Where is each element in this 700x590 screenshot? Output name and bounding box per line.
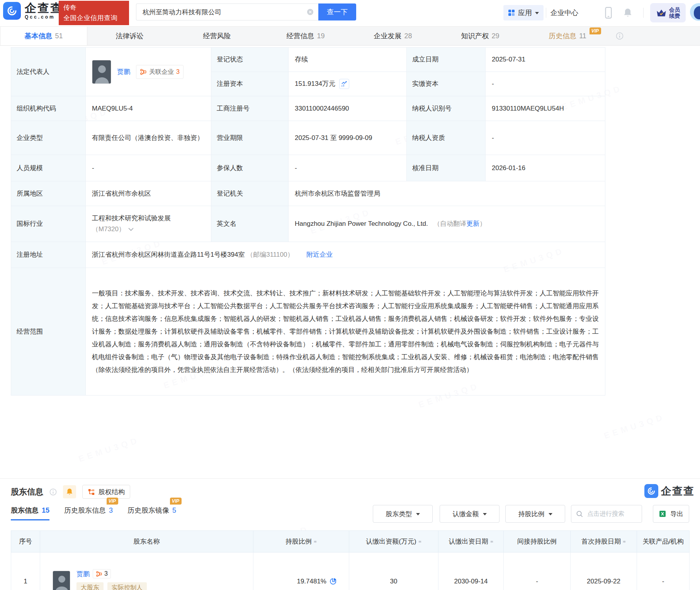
row-ratio: 19.7481% xyxy=(297,578,326,585)
region-label: 所属地区 xyxy=(11,181,86,206)
col-seq: 序号 xyxy=(11,531,40,552)
related-companies-icon xyxy=(96,571,102,577)
tab-history-info[interactable]: 历史信息11 VIP xyxy=(524,27,611,45)
col-related-products: 关联产品/机构 xyxy=(637,531,690,552)
promo-line2: 全国企业信用查询 xyxy=(63,13,125,24)
en-name-note-close: ） xyxy=(479,220,486,227)
paid-capital-label: 实缴资本 xyxy=(407,72,486,96)
tab-enterprise-development[interactable]: 企业发展28 xyxy=(349,27,437,45)
biz-reg-no-label: 工商注册号 xyxy=(211,96,289,121)
equity-structure-icon xyxy=(88,488,95,496)
reg-capital-cell: 151.9134万元 xyxy=(289,72,407,96)
sh-tab-history-shareholders[interactable]: 历史股东信息 3 VIP xyxy=(64,506,113,520)
row-related-products: - xyxy=(637,552,690,590)
en-name-note-open: （自动翻译 xyxy=(433,220,466,227)
en-name-update-link[interactable]: 更新 xyxy=(466,220,479,227)
taxpayer-id-label: 纳税人识别号 xyxy=(407,96,486,121)
chevron-down-icon[interactable] xyxy=(128,228,134,231)
tab-operation-info[interactable]: 经营信息19 xyxy=(262,27,349,45)
subscribe-bell-icon[interactable] xyxy=(63,485,76,498)
taxpayer-qual-value: - xyxy=(486,121,605,155)
nav-enterprise-center[interactable]: 企业中心 xyxy=(550,8,578,17)
info-icon[interactable] xyxy=(49,488,57,496)
approval-date-label: 核准日期 xyxy=(407,155,486,181)
org-code-label: 组织机构代码 xyxy=(11,96,86,121)
clear-icon[interactable] xyxy=(307,9,314,15)
qcc-logo[interactable]: 企查查 Qcc.com xyxy=(3,2,63,20)
search-input[interactable] xyxy=(136,3,318,20)
company-type-value: 有限责任公司（港澳台投资、非独资） xyxy=(86,121,211,155)
region-value: 浙江省杭州市余杭区 xyxy=(86,181,211,206)
col-shareholder-name: 股东名称 xyxy=(40,531,253,552)
address-cell: 浙江省杭州市余杭区闲林街道嘉企路11号1号楼394室 （邮编311100） 附近… xyxy=(86,242,605,268)
sort-icon xyxy=(418,539,421,544)
shareholders-tabs: 股东信息 15 历史股东信息 3 VIP 历史股东镜像 5 VIP xyxy=(11,506,176,520)
equity-structure-button[interactable]: 股权结构 xyxy=(82,485,130,499)
related-companies-chip[interactable]: 3 xyxy=(93,569,111,578)
mobile-app-icon[interactable] xyxy=(604,7,613,19)
sh-tab-shareholder-info[interactable]: 股东信息 15 xyxy=(11,506,49,520)
chevron-down-icon xyxy=(549,513,552,517)
tab-operation-risk[interactable]: 经营风险 xyxy=(175,27,262,45)
biz-term-label: 营业期限 xyxy=(211,121,289,155)
col-subscribed-amount[interactable]: 认缴出资额(万元) xyxy=(349,531,438,552)
search-button[interactable]: 查一下 xyxy=(318,3,356,20)
excel-icon xyxy=(659,510,666,518)
col-subscribed-date[interactable]: 认缴出资日期 xyxy=(438,531,504,552)
filter-shareholder-type[interactable]: 股东类型 xyxy=(373,505,433,523)
shareholder-search-input[interactable]: 点击进行搜索 xyxy=(571,505,642,523)
search-icon xyxy=(576,510,583,518)
shareholders-header: 股东信息 股权结构 xyxy=(11,485,130,499)
chevron-down-icon xyxy=(535,12,539,16)
crown-icon xyxy=(656,8,667,17)
nearby-companies-link[interactable]: 附近企业 xyxy=(306,251,333,258)
user-avatar[interactable] xyxy=(690,3,700,21)
col-indirect-ratio: 间接持股比例 xyxy=(504,531,571,552)
logo-title: 企查查 xyxy=(25,2,63,14)
top-bar: 企查查 Qcc.com 传奇 全国企业信用查询 查一下 应用 企业中心 会员 续… xyxy=(0,0,700,26)
pie-chart-icon[interactable] xyxy=(326,577,337,585)
notification-bell-icon[interactable] xyxy=(623,7,633,18)
industry-value: 工程和技术研究和试验发展 xyxy=(92,215,171,222)
filter-shareholding-ratio[interactable]: 持股比例 xyxy=(505,505,565,523)
qcc-brand-watermark: 企查查 xyxy=(644,484,695,498)
col-ratio[interactable]: 持股比例 xyxy=(253,531,349,552)
col-first-date[interactable]: 首次持股日期 xyxy=(571,531,637,552)
shareholder-photo[interactable] xyxy=(53,571,70,590)
industry-code: （M7320） xyxy=(92,224,125,235)
info-icon[interactable] xyxy=(611,27,628,45)
reg-status-value: 存续 xyxy=(289,48,407,72)
tab-intellectual-property[interactable]: 知识产权29 xyxy=(437,27,524,45)
taxpayer-id-value: 91330110MAEQ9LU54H xyxy=(486,96,605,121)
reg-status-label: 登记状态 xyxy=(211,48,289,72)
vip-renew-button[interactable]: 会员 续费 xyxy=(650,3,686,22)
export-button[interactable]: 导出 xyxy=(653,505,689,523)
qcc-logo-icon xyxy=(3,2,21,20)
insured-num-value: - xyxy=(289,155,407,181)
shareholders-table: 序号 股东名称 持股比例 认缴出资额(万元) 认缴出资日期 间接持股比例 首次持… xyxy=(11,530,690,590)
main-tabbar: 基本信息51 法律诉讼 经营风险 经营信息19 企业发展28 知识产权29 历史… xyxy=(0,26,700,46)
shareholder-name-link[interactable]: 贾鹏 xyxy=(76,570,90,578)
nav-apps[interactable]: 应用 xyxy=(503,5,544,20)
legal-rep-photo[interactable] xyxy=(92,60,111,84)
logo-subtitle: Qcc.com xyxy=(25,14,63,20)
related-companies-count: 3 xyxy=(176,67,180,77)
row-seq: 1 xyxy=(11,552,40,590)
divider xyxy=(643,8,644,18)
vip-badge: VIP xyxy=(590,27,601,34)
legal-rep-name-link[interactable]: 贾鹏 xyxy=(117,67,130,77)
capital-chart-icon[interactable] xyxy=(339,79,349,89)
address-value: 浙江省杭州市余杭区闲林街道嘉企路11号1号楼394室 xyxy=(92,251,245,258)
row-indirect-ratio: - xyxy=(504,552,571,590)
tab-basic-info[interactable]: 基本信息51 xyxy=(0,27,87,45)
filter-subscribed-amount[interactable]: 认缴金额 xyxy=(440,505,500,523)
vip-renew-label: 会员 续费 xyxy=(669,7,680,19)
divider xyxy=(546,8,546,18)
org-code-value: MAEQ9LU5-4 xyxy=(86,96,211,121)
related-companies-count: 3 xyxy=(104,570,108,577)
tab-legal-litigation[interactable]: 法律诉讼 xyxy=(87,27,175,45)
apps-grid-icon xyxy=(508,9,515,16)
sh-tab-history-snapshot[interactable]: 历史股东镜像 5 VIP xyxy=(127,506,176,520)
reg-capital-label: 注册资本 xyxy=(211,72,289,96)
related-companies-chip[interactable]: 关联企业 3 xyxy=(136,65,183,79)
